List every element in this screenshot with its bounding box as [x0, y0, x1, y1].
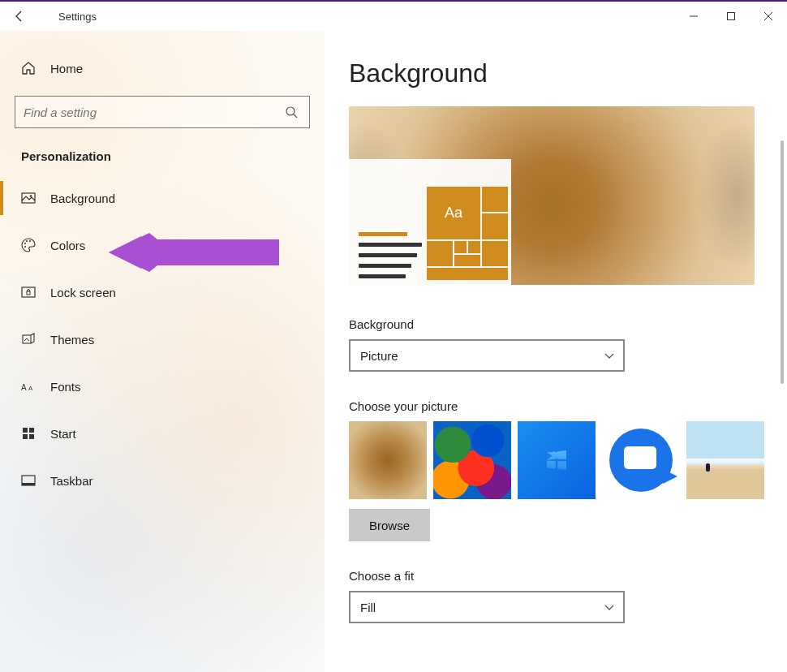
- svg-rect-16: [29, 428, 34, 433]
- sidebar-item-themes[interactable]: Themes: [15, 316, 310, 363]
- picture-thumbnail[interactable]: [349, 421, 427, 499]
- background-label: Background: [349, 317, 787, 331]
- choose-picture-label: Choose your picture: [349, 399, 787, 413]
- sidebar-item-label: Colors: [50, 239, 85, 252]
- minimize-icon: [689, 11, 699, 21]
- body: Home Personalization Background Colors: [0, 31, 787, 672]
- sidebar-item-lock-screen[interactable]: Lock screen: [15, 269, 310, 316]
- search-input[interactable]: [24, 106, 282, 119]
- taskbar-icon: [19, 472, 37, 489]
- sidebar-item-fonts[interactable]: AA Fonts: [15, 363, 310, 410]
- svg-rect-11: [27, 291, 30, 295]
- chevron-down-icon: [604, 601, 615, 613]
- preview-text-lines: [359, 232, 424, 285]
- arrow-left-icon: [13, 10, 26, 23]
- svg-rect-10: [22, 287, 35, 297]
- scrollbar[interactable]: [781, 140, 784, 384]
- svg-rect-15: [23, 428, 28, 433]
- svg-rect-12: [23, 335, 31, 343]
- maximize-button[interactable]: [712, 2, 750, 31]
- svg-text:A: A: [21, 383, 27, 392]
- preview-window: Aa: [349, 159, 511, 285]
- picture-thumbnails: [349, 421, 787, 499]
- fonts-icon: AA: [19, 378, 37, 394]
- sidebar-item-label: Taskbar: [50, 474, 93, 488]
- preview-start-tiles: Aa: [427, 187, 508, 280]
- home-icon: [19, 60, 37, 76]
- sidebar-item-label: Fonts: [50, 380, 81, 394]
- close-icon: [763, 11, 773, 21]
- search-box[interactable]: [15, 96, 310, 128]
- sidebar-item-colors[interactable]: Colors: [15, 222, 310, 269]
- sidebar-item-label: Background: [50, 192, 115, 205]
- preview-accent-tile: Aa: [427, 187, 480, 239]
- picture-thumbnail[interactable]: [433, 421, 511, 499]
- svg-rect-20: [22, 483, 35, 485]
- browse-label: Browse: [369, 519, 410, 532]
- svg-rect-17: [23, 434, 28, 439]
- svg-point-8: [29, 240, 31, 242]
- sidebar-item-start[interactable]: Start: [15, 410, 310, 457]
- choose-fit-label: Choose a fit: [349, 569, 787, 583]
- sidebar: Home Personalization Background Colors: [0, 31, 325, 672]
- fit-dropdown[interactable]: Fill: [349, 591, 625, 623]
- picture-thumbnail[interactable]: [686, 421, 764, 499]
- page-title: Background: [349, 58, 787, 88]
- themes-icon: [19, 331, 37, 347]
- svg-point-5: [30, 195, 32, 197]
- sidebar-nav: Background Colors Lock screen Themes AA …: [15, 174, 310, 504]
- svg-text:A: A: [28, 385, 33, 392]
- sidebar-item-background[interactable]: Background: [15, 174, 310, 222]
- minimize-button[interactable]: [675, 2, 712, 31]
- titlebar: Settings: [0, 2, 787, 31]
- desktop-preview: Aa: [349, 106, 755, 285]
- sidebar-item-label: Start: [50, 427, 76, 441]
- window-controls: [675, 2, 787, 31]
- picture-thumbnail[interactable]: [602, 421, 680, 499]
- sidebar-item-label: Lock screen: [50, 286, 116, 299]
- chevron-down-icon: [604, 350, 615, 361]
- main-content: Background Aa Background Picture: [325, 31, 787, 672]
- settings-window: Settings Home Personalization: [0, 0, 787, 672]
- start-icon: [19, 425, 37, 442]
- palette-icon: [19, 237, 37, 253]
- sidebar-section-title: Personalization: [21, 149, 310, 163]
- svg-point-6: [24, 243, 26, 244]
- window-title: Settings: [58, 11, 97, 23]
- search-icon: [282, 106, 301, 118]
- sidebar-item-taskbar[interactable]: Taskbar: [15, 457, 310, 504]
- picture-thumbnail[interactable]: [518, 421, 596, 499]
- back-button[interactable]: [0, 2, 39, 31]
- close-button[interactable]: [750, 2, 787, 31]
- home-label: Home: [50, 62, 83, 75]
- sidebar-item-label: Themes: [50, 333, 94, 347]
- svg-rect-1: [728, 13, 735, 20]
- svg-rect-18: [29, 434, 34, 439]
- svg-line-3: [294, 114, 297, 118]
- dropdown-value: Picture: [360, 349, 604, 363]
- picture-icon: [19, 190, 37, 206]
- maximize-icon: [726, 11, 736, 21]
- svg-point-2: [286, 107, 295, 115]
- lock-screen-icon: [19, 284, 37, 300]
- sidebar-home[interactable]: Home: [15, 49, 310, 88]
- background-dropdown[interactable]: Picture: [349, 339, 625, 372]
- dropdown-value: Fill: [360, 601, 604, 614]
- svg-point-9: [24, 246, 26, 248]
- svg-point-7: [26, 240, 28, 242]
- browse-button[interactable]: Browse: [349, 509, 430, 541]
